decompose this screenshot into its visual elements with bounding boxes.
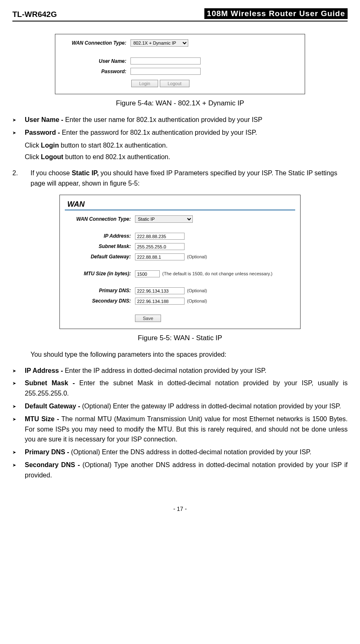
click-logout-line: Click Logout button to end 802.1x authen… (25, 152, 348, 162)
sdns-optional: (Optional) (187, 298, 207, 303)
subnet-input[interactable]: 255.255.255.0 (135, 243, 185, 250)
model-name: TL-WR642G (12, 10, 57, 19)
figure-5-5: WAN WAN Connection Type: Static IP IP Ad… (59, 195, 301, 329)
subnet-label: Subnet Mask: (65, 243, 135, 249)
wan-rule (65, 210, 295, 210)
bullet-icon: ➤ (12, 378, 25, 399)
password-label: Password: (60, 69, 130, 74)
pdns-label: Primary DNS: (65, 288, 135, 293)
intro-params: You should type the following parameters… (31, 350, 348, 360)
conn-type-select[interactable]: 802.1X + Dynamic IP (130, 39, 188, 47)
login-button[interactable]: Login (131, 80, 158, 87)
figure-5-4a-caption: Figure 5-4a: WAN - 802.1X + Dynamic IP (12, 99, 348, 107)
bullet-icon: ➤ (12, 128, 25, 138)
conn-type-label: WAN Connection Type: (60, 40, 130, 46)
pdns-input[interactable]: 222.96.134.133 (135, 287, 185, 294)
ip-label: IP Address: (65, 233, 135, 239)
password-input[interactable] (130, 68, 201, 75)
wan-heading: WAN (65, 198, 295, 210)
mtu-label: MTU Size (in bytes): (65, 271, 135, 277)
bullet-icon: ➤ (12, 366, 25, 376)
mtu-note: (The default is 1500, do not change unle… (162, 271, 272, 276)
logout-button[interactable]: Logout (160, 80, 189, 87)
guide-title: 108M Wireless Router User Guide (204, 8, 348, 19)
figure-5-5-caption: Figure 5-5: WAN - Static IP (12, 334, 348, 342)
step-number: 2. (12, 168, 31, 189)
bullet-icon: ➤ (12, 414, 25, 445)
username-label: User Name: (60, 58, 130, 64)
ip-input[interactable]: 222.88.88.235 (135, 233, 185, 240)
bullets-auth: ➤ User Name - Enter the user name for 80… (12, 115, 348, 138)
bullet-icon: ➤ (12, 460, 25, 481)
mtu-input[interactable]: 1500 (135, 270, 160, 277)
figure-5-4a: WAN Connection Type: 802.1X + Dynamic IP… (55, 34, 305, 94)
conn-type-select[interactable]: Static IP (135, 215, 193, 223)
page-number: - 17 - (12, 506, 348, 512)
bullet-icon: ➤ (12, 115, 25, 125)
username-input[interactable] (130, 57, 201, 64)
sdns-label: Secondary DNS: (65, 298, 135, 304)
bullet-icon: ➤ (12, 447, 25, 458)
save-button[interactable]: Save (135, 315, 161, 322)
bullets-static-ip: ➤ IP Address - Enter the IP address in d… (12, 366, 348, 481)
conn-type-label: WAN Connection Type: (65, 216, 135, 222)
bullet-icon: ➤ (12, 401, 25, 412)
page-header: TL-WR642G 108M Wireless Router User Guid… (12, 8, 348, 21)
gateway-optional: (Optional) (187, 254, 207, 259)
step-2: 2. If you choose Static IP, you should h… (12, 168, 348, 189)
click-login-line: Click Login button to start 802.1x authe… (25, 141, 348, 151)
sdns-input[interactable]: 222.96.134.188 (135, 298, 185, 305)
pdns-optional: (Optional) (187, 288, 207, 293)
gateway-label: Default Gateway: (65, 254, 135, 260)
gateway-input[interactable]: 222.88.88.1 (135, 253, 185, 260)
